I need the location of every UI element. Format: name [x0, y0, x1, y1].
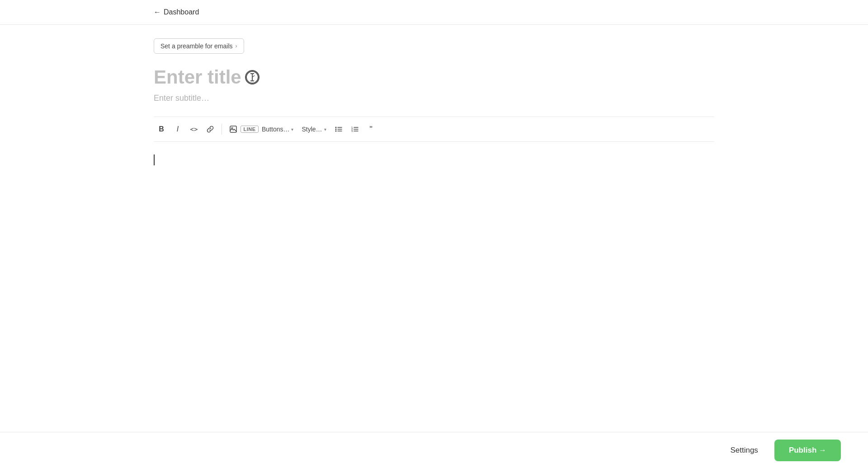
bold-button[interactable]: B [154, 122, 169, 137]
top-navigation: ← Dashboard [0, 0, 868, 25]
code-button[interactable]: <> [186, 122, 202, 137]
style-label: Style… [302, 126, 322, 133]
back-to-dashboard-link[interactable]: ← Dashboard [154, 8, 199, 16]
chevron-right-icon: › [236, 43, 237, 49]
buttons-label: Buttons… [262, 126, 289, 133]
style-dropdown[interactable]: Style… ▾ [298, 123, 330, 136]
style-caret-icon: ▾ [324, 127, 326, 132]
unordered-list-button[interactable] [331, 122, 346, 137]
svg-point-9 [335, 129, 336, 130]
preamble-button[interactable]: Set a preamble for emails › [154, 38, 244, 54]
main-content-area: Set a preamble for emails › Enter title … [0, 25, 868, 468]
svg-point-7 [335, 127, 336, 128]
preamble-label: Set a preamble for emails [160, 42, 233, 50]
publish-button[interactable]: Publish → [774, 440, 841, 461]
line-badge: LINE [241, 126, 258, 133]
editor-body[interactable] [154, 151, 714, 332]
buttons-dropdown[interactable]: Buttons… ▾ [258, 123, 297, 136]
bottom-footer: Settings Publish → [0, 432, 868, 468]
quote-button[interactable]: " [363, 122, 379, 137]
back-label: Dashboard [164, 8, 199, 16]
settings-button[interactable]: Settings [723, 441, 765, 459]
svg-point-11 [335, 131, 336, 132]
subtitle-field[interactable]: Enter subtitle… [154, 94, 714, 103]
editor-toolbar: B I <> LINE Buttons… ▾ Style… ▾ [154, 117, 714, 142]
text-cursor [154, 154, 155, 165]
image-button[interactable] [226, 122, 241, 137]
buttons-caret-icon: ▾ [291, 127, 293, 132]
toolbar-separator-1 [222, 124, 222, 135]
cursor-info-icon [245, 70, 259, 84]
ordered-list-button[interactable]: 1. 2. 3. [347, 122, 363, 137]
svg-text:3.: 3. [351, 130, 354, 132]
back-arrow-icon: ← [154, 8, 161, 16]
subtitle-placeholder: Enter subtitle… [154, 94, 209, 103]
title-placeholder: Enter title [154, 66, 241, 88]
link-button[interactable] [203, 122, 218, 137]
line-button[interactable]: LINE [242, 122, 257, 137]
italic-button[interactable]: I [170, 122, 185, 137]
title-field[interactable]: Enter title [154, 66, 714, 88]
